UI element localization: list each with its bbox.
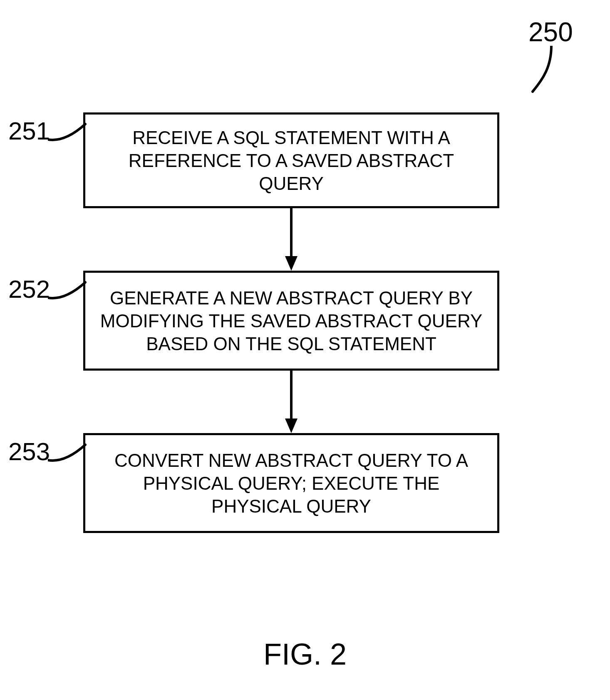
step-3-ref: 253 — [8, 437, 50, 466]
figure-ref-hook — [528, 46, 570, 96]
flow-step-1: RECEIVE A SQL STATEMENT WITH A REFERENCE… — [83, 112, 499, 208]
arrow-2-to-3 — [283, 371, 300, 433]
step-1-ref: 251 — [8, 117, 50, 145]
svg-marker-3 — [285, 419, 298, 433]
flow-step-1-text: RECEIVE A SQL STATEMENT WITH A REFERENCE… — [98, 126, 485, 195]
flow-step-3: CONVERT NEW ABSTRACT QUERY TO A PHYSICAL… — [83, 433, 499, 533]
figure-caption: FIG. 2 — [0, 637, 610, 671]
step-2-ref-hook — [48, 279, 87, 308]
flow-step-2-text: GENERATE A NEW ABSTRACT QUERY BY MODIFYI… — [98, 286, 485, 355]
figure-ref-label: 250 — [528, 17, 573, 47]
flow-step-3-text: CONVERT NEW ABSTRACT QUERY TO A PHYSICAL… — [98, 449, 485, 518]
step-2-ref: 252 — [8, 275, 50, 304]
step-1-ref-hook — [48, 121, 87, 150]
step-3-ref-hook — [48, 441, 87, 471]
flow-step-2: GENERATE A NEW ABSTRACT QUERY BY MODIFYI… — [83, 271, 499, 371]
arrow-1-to-2 — [283, 208, 300, 271]
figure-ref-text: 250 — [528, 17, 573, 47]
flowchart-figure: 250 RECEIVE A SQL STATEMENT WITH A REFER… — [0, 0, 610, 700]
svg-marker-1 — [285, 256, 298, 271]
